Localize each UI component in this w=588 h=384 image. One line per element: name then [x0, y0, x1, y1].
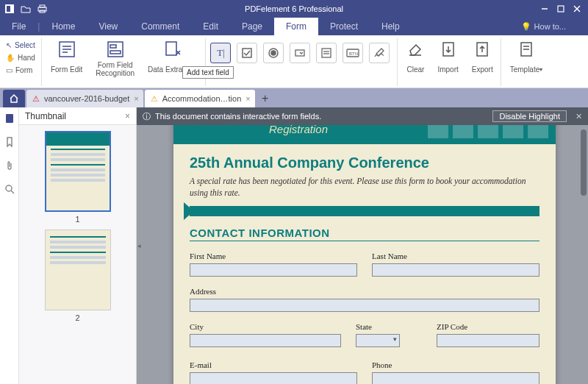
label-zip: ZIP Code	[437, 322, 539, 331]
form-tool[interactable]: ▭Form	[6, 65, 35, 76]
open-icon[interactable]	[19, 2, 32, 15]
divider-tag	[190, 206, 539, 216]
search-panel-icon[interactable]	[3, 182, 16, 196]
svg-point-19	[271, 51, 276, 55]
scrollbar-thumb[interactable]	[581, 129, 587, 196]
input-phone[interactable]	[372, 372, 539, 384]
label-address: Address	[190, 287, 539, 296]
thumbnail-panel: Thumbnail × 1 2	[19, 107, 137, 384]
radio-tool[interactable]	[263, 43, 284, 63]
tab-bar: ⚠ vancouver-2016-budget × ⚠ Accommodatio…	[0, 88, 588, 107]
ribbon: ↖Select ✋Hand ▭Form Form Edit Form Field…	[0, 35, 588, 88]
listbox-tool[interactable]	[316, 43, 337, 63]
svg-text:BTN: BTN	[349, 51, 358, 56]
svg-rect-14	[110, 45, 116, 48]
chevron-down-icon: ▾	[539, 65, 542, 74]
print-icon[interactable]	[35, 2, 49, 15]
page-title: 25th Annual Company Conference	[190, 154, 539, 171]
document-view[interactable]: ◂ ⓘ This document contains interactive f…	[137, 107, 588, 384]
label-email: E-mail	[190, 360, 357, 369]
form-edit-button[interactable]: Form Edit	[46, 38, 87, 86]
disable-highlight-button[interactable]: Disable Highlight	[492, 110, 567, 122]
svg-rect-17	[243, 49, 251, 57]
clear-button[interactable]: Clear	[402, 38, 429, 86]
label-first-name: First Name	[190, 252, 357, 260]
tooltip-add-text-field: Add text field	[182, 66, 234, 79]
label-phone: Phone	[372, 360, 539, 369]
pdf-page: Accommodation Registration 25th Annual C…	[173, 107, 556, 384]
thumbnail-page-2[interactable]: 2	[45, 230, 111, 322]
label-state: State	[356, 322, 422, 331]
menubar: File | Home View Comment Edit Page Form …	[0, 18, 588, 35]
svg-rect-13	[108, 42, 123, 57]
close-icon[interactable]: ×	[125, 111, 130, 121]
export-button[interactable]: Export	[467, 38, 501, 86]
close-icon[interactable]: ×	[245, 94, 250, 103]
input-state[interactable]: ▾	[356, 334, 400, 347]
notification-bar: ⓘ This document contains interactive for…	[137, 107, 588, 125]
pdf-icon: ⚠	[32, 94, 40, 104]
input-address[interactable]	[190, 299, 539, 312]
select-tool[interactable]: ↖Select	[6, 40, 35, 51]
input-last-name[interactable]	[372, 263, 539, 277]
close-icon[interactable]: ×	[134, 94, 138, 103]
thumbnail-panel-icon[interactable]	[3, 112, 16, 125]
thumbnail-page-1[interactable]: 1	[45, 131, 111, 224]
svg-rect-32	[6, 114, 13, 123]
menu-home[interactable]: Home	[40, 18, 87, 35]
home-tab[interactable]	[3, 90, 25, 107]
button-tool[interactable]: BTN	[343, 43, 363, 63]
section-contact-info: CONTACT INFORMATION	[190, 227, 539, 239]
svg-rect-20	[295, 50, 304, 56]
bookmark-panel-icon[interactable]	[3, 135, 16, 149]
pdf-icon: ⚠	[151, 94, 158, 104]
template-button[interactable]: Template ▾	[506, 38, 548, 86]
input-city[interactable]	[190, 334, 341, 347]
left-sidebar	[0, 107, 19, 384]
tab-accommodation[interactable]: ⚠ Accommodation…tion ×	[145, 90, 255, 107]
app-title: PDFelement 6 Professional	[51, 4, 537, 13]
input-zip[interactable]	[437, 334, 539, 347]
close-button[interactable]	[569, 2, 585, 15]
label-last-name: Last Name	[372, 252, 539, 260]
text-field-tool[interactable]: T|	[210, 43, 231, 63]
thumbnail-title: Thumbnail	[25, 111, 66, 121]
maximize-button[interactable]	[553, 2, 569, 15]
menu-comment[interactable]: Comment	[129, 18, 191, 35]
tab-vancouver-budget[interactable]: ⚠ vancouver-2016-budget ×	[26, 90, 143, 107]
data-extraction-button[interactable]: Data Extraction	[143, 38, 206, 86]
app-logo-icon	[3, 2, 16, 15]
menu-page[interactable]: Page	[230, 18, 274, 35]
label-city: City	[190, 322, 341, 331]
menu-protect[interactable]: Protect	[318, 18, 370, 35]
svg-rect-15	[110, 51, 121, 54]
notification-text: This document contains interactive form …	[155, 112, 321, 121]
menu-edit[interactable]: Edit	[191, 18, 230, 35]
page-subtitle: A special rate has been negotiated for t…	[190, 176, 539, 199]
menu-form[interactable]: Form	[274, 18, 318, 35]
signature-tool[interactable]	[369, 43, 390, 63]
close-icon[interactable]: ✕	[576, 112, 582, 121]
howto-link[interactable]: 💡 How to...	[521, 22, 588, 32]
input-first-name[interactable]	[190, 263, 357, 277]
attachment-panel-icon[interactable]	[3, 159, 16, 172]
menu-view[interactable]: View	[87, 18, 129, 35]
bulb-icon: 💡	[521, 22, 531, 32]
form-field-recognition-button[interactable]: Form Field Recognition	[91, 38, 139, 86]
info-icon: ⓘ	[143, 111, 151, 122]
hand-tool[interactable]: ✋Hand	[6, 52, 35, 63]
splitter-handle[interactable]: ◂	[137, 231, 142, 260]
menu-help[interactable]: Help	[370, 18, 412, 35]
import-button[interactable]: Import	[433, 38, 462, 86]
cursor-icon: ↖	[6, 41, 12, 49]
minimize-button[interactable]	[537, 2, 553, 15]
checkbox-tool[interactable]	[237, 43, 257, 63]
svg-line-34	[11, 191, 14, 193]
menu-file[interactable]: File	[0, 18, 37, 35]
hand-icon: ✋	[6, 54, 15, 62]
svg-rect-16	[166, 42, 176, 55]
input-email[interactable]	[190, 372, 357, 384]
svg-point-33	[6, 185, 12, 191]
add-tab-button[interactable]: +	[257, 90, 274, 107]
combobox-tool[interactable]	[290, 43, 310, 63]
